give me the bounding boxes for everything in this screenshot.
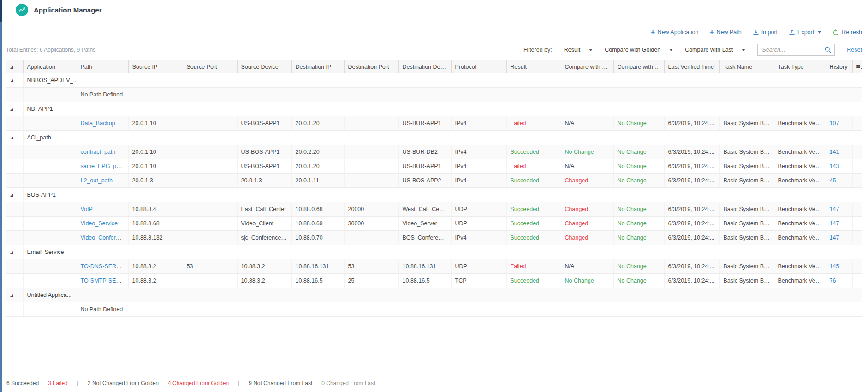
summary-stat-6-succeeded: 6 Succeeded <box>6 380 39 386</box>
source-ip-cell: 20.0.1.3 <box>128 174 183 188</box>
history-link[interactable]: 147 <box>830 235 839 241</box>
search-icon[interactable] <box>824 46 832 54</box>
column-header-destination-ip[interactable]: Destination IP <box>291 60 344 73</box>
collapse-group-icon[interactable] <box>10 136 13 139</box>
column-header-history[interactable]: History <box>826 60 852 73</box>
source-ip-cell: 10.88.3.2 <box>128 274 183 288</box>
collapse-group-icon[interactable] <box>10 108 13 111</box>
destination-port-cell: 53 <box>344 259 398 274</box>
grid-menu-icon[interactable]: ≡ <box>856 62 862 70</box>
history-link[interactable]: 143 <box>830 163 839 169</box>
history-link[interactable]: 107 <box>830 120 839 127</box>
applications-grid: ApplicationPathSource IPSource PortSourc… <box>6 60 862 374</box>
collapse-all-header-cell[interactable] <box>6 60 23 73</box>
path-row: VoIP10.88.8.4East_Call_Center10.88.0.682… <box>6 202 862 217</box>
filter-dropdown-compare-with-last[interactable]: Compare with Last <box>685 47 745 53</box>
path-link[interactable]: same_EPG_path <box>81 163 125 169</box>
grid-menu-header-cell[interactable]: ≡ <box>852 60 862 73</box>
history-cell: 143 <box>826 159 852 174</box>
column-header-protocol[interactable]: Protocol <box>451 60 506 73</box>
source-port-cell: 53 <box>183 259 237 274</box>
column-header-path[interactable]: Path <box>77 60 128 73</box>
path-link[interactable]: TO-SMTP-SERVER <box>81 277 129 284</box>
history-cell: 145 <box>826 259 852 274</box>
path-link[interactable]: contract_path <box>81 149 116 155</box>
plus-icon: + <box>710 30 714 35</box>
column-header-application[interactable]: Application <box>23 60 77 73</box>
path-link[interactable]: Data_Backup <box>81 120 115 127</box>
path-cell: Data_Backup <box>77 116 128 131</box>
column-header-source-port[interactable]: Source Port <box>183 60 237 73</box>
destination-device-cell: Video_Server <box>398 217 451 231</box>
row-menu-cell <box>852 116 862 131</box>
collapse-group-icon[interactable] <box>10 294 13 297</box>
filter-dropdown-result[interactable]: Result <box>564 47 593 53</box>
task-name-cell: Basic System Be... <box>719 217 774 231</box>
task-name-cell: Basic System Be... <box>719 116 774 131</box>
destination-ip-cell: 10.88.16.131 <box>291 259 344 274</box>
path-link[interactable]: VoIP <box>81 206 93 212</box>
history-link[interactable]: 141 <box>830 149 839 155</box>
compare-golden-cell: No Change <box>561 274 613 288</box>
history-link[interactable]: 145 <box>830 263 839 270</box>
column-header-source-ip[interactable]: Source IP <box>128 60 183 73</box>
column-header-source-device[interactable]: Source Device <box>237 60 291 73</box>
group-expand-cell[interactable] <box>6 102 23 116</box>
import-button[interactable]: Import <box>753 29 778 36</box>
destination-port-cell: 25 <box>344 274 398 288</box>
nopath-row: No Path Defined <box>6 88 862 102</box>
group-expand-cell[interactable] <box>6 288 23 302</box>
group-expand-cell[interactable] <box>6 188 23 202</box>
source-device-cell: 10.88.3.2 <box>237 259 291 274</box>
protocol-cell: IPv4 <box>451 145 506 159</box>
group-expand-cell[interactable] <box>6 73 23 88</box>
history-link[interactable]: 147 <box>830 220 839 227</box>
summary-stat-9-not-changed-from-last: 9 Not Changed From Last <box>249 380 312 386</box>
source-device-cell: US-BOS-APP1 <box>237 145 291 159</box>
empty-cell <box>23 302 77 317</box>
destination-ip-cell: 20.0.1.20 <box>291 159 344 174</box>
column-header-destination-port[interactable]: Destination Port <box>344 60 398 73</box>
history-link[interactable]: 147 <box>830 206 839 212</box>
compare-last-cell: No Change <box>613 202 664 217</box>
reset-button[interactable]: Reset <box>847 47 862 53</box>
task-type-cell: Benchmark Verify <box>774 274 826 288</box>
collapse-all-icon[interactable] <box>10 66 13 69</box>
column-header-task-type[interactable]: Task Type <box>774 60 826 73</box>
column-header-last-verified-time[interactable]: Last Verified Time <box>664 60 719 73</box>
column-header-compare-with-g[interactable]: Compare with G... <box>561 60 613 73</box>
column-header-task-name[interactable]: Task Name <box>719 60 774 73</box>
chevron-down-icon <box>669 49 673 51</box>
collapse-group-icon[interactable] <box>10 251 13 254</box>
destination-ip-cell: 20.0.1.11 <box>291 174 344 188</box>
column-header-compare-with-la[interactable]: Compare with La... <box>613 60 664 73</box>
path-cell: TO-SMTP-SERVER <box>77 274 128 288</box>
path-link[interactable]: L2_out_path <box>81 177 113 184</box>
path-row: TO-SMTP-SERVER10.88.3.210.88.3.210.88.16… <box>6 274 862 288</box>
history-cell: 45 <box>826 174 852 188</box>
collapse-group-icon[interactable] <box>10 79 13 82</box>
history-link[interactable]: 45 <box>830 177 836 184</box>
column-header-result[interactable]: Result <box>506 60 561 73</box>
search-input[interactable] <box>757 44 835 56</box>
path-row: Data_Backup20.0.1.10US-BOS-APP120.0.1.20… <box>6 116 862 131</box>
group-expand-cell[interactable] <box>6 245 23 259</box>
path-link[interactable]: TO-DNS-SERVER <box>81 263 128 270</box>
history-link[interactable]: 76 <box>830 277 836 284</box>
path-link[interactable]: Video_Service <box>81 220 118 227</box>
path-link[interactable]: Video_Conferen... <box>81 235 127 241</box>
group-row: ACI_path <box>6 131 862 145</box>
new-application-button[interactable]: + New Application <box>651 29 699 36</box>
application-cell <box>23 145 77 159</box>
new-path-button[interactable]: + New Path <box>710 29 742 36</box>
refresh-button[interactable]: Refresh <box>832 29 862 36</box>
destination-port-cell <box>344 231 398 245</box>
source-port-cell <box>183 174 237 188</box>
group-expand-cell[interactable] <box>6 131 23 145</box>
row-menu-cell <box>852 159 862 174</box>
column-header-destination-devi[interactable]: Destination Devi... <box>398 60 451 73</box>
footer-divider: | <box>238 380 239 386</box>
collapse-group-icon[interactable] <box>10 193 13 197</box>
filter-dropdown-compare-with-golden[interactable]: Compare with Golden <box>605 47 673 53</box>
export-button[interactable]: Export <box>789 29 821 36</box>
